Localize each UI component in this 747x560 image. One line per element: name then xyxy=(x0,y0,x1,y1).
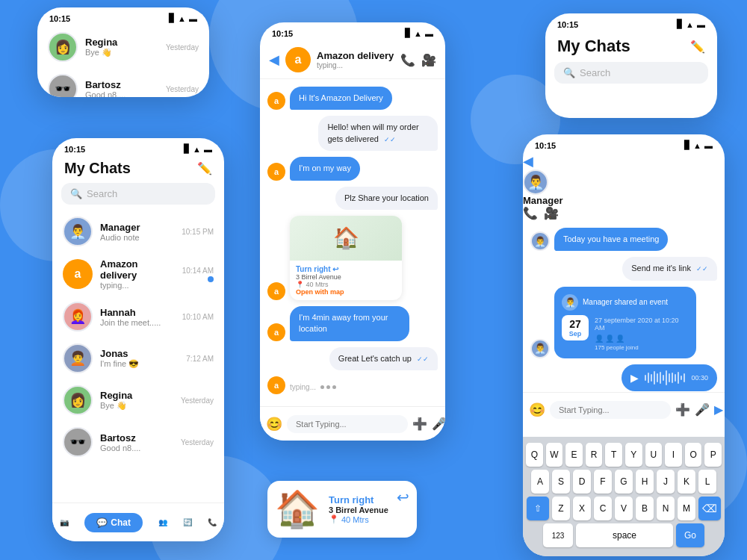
keyboard-row-4: 123 space Go xyxy=(526,523,722,547)
chat-preview: Join the meet..... xyxy=(100,318,175,327)
message-text: Send me it's link xyxy=(631,264,691,273)
message-row: a I'm on my way xyxy=(267,157,438,180)
key-o[interactable]: O xyxy=(685,443,702,467)
key-123[interactable]: 123 xyxy=(543,523,573,547)
nav-chat-active[interactable]: 💬 Chat xyxy=(84,513,143,532)
send-button-rc[interactable]: ▶ xyxy=(714,402,723,417)
nav-refresh[interactable]: 🔄 xyxy=(183,518,192,526)
key-p[interactable]: P xyxy=(704,443,722,467)
map-card-bottom[interactable]: 🏠 Turn right 3 Birrel Avenue 📍 40 Mtrs ↩ xyxy=(267,481,417,538)
key-u[interactable]: U xyxy=(645,443,663,467)
key-k[interactable]: K xyxy=(678,470,695,494)
phone-icon: 📞 xyxy=(208,518,217,526)
chat-preview: I'm fine 😎 xyxy=(100,359,179,369)
event-avatar3: 👤 xyxy=(616,335,624,343)
wifi-icon: ▲ xyxy=(193,145,201,154)
message-text: Hi It's Amazon Delivery xyxy=(299,93,383,102)
key-h[interactable]: H xyxy=(636,470,654,494)
key-c[interactable]: C xyxy=(594,497,612,520)
map-card[interactable]: 🏠 Turn right ↩ 3 Birrel Avenue 📍 40 Mtrs… xyxy=(290,216,402,300)
video-icon[interactable]: 🎥 xyxy=(421,53,436,67)
back-button-rc[interactable]: ◀ xyxy=(523,154,533,169)
key-n[interactable]: N xyxy=(657,497,675,520)
key-space[interactable]: space xyxy=(576,523,673,547)
back-button[interactable]: ◀ xyxy=(269,52,279,68)
key-b[interactable]: B xyxy=(636,497,654,520)
chat-info: Bartosz Good n8.... xyxy=(100,432,173,452)
wave-bar xyxy=(651,374,652,382)
message-input-rc[interactable] xyxy=(550,401,671,419)
contact-name: Regina xyxy=(85,37,158,48)
call-icon[interactable]: 📞 xyxy=(400,53,415,67)
key-q[interactable]: Q xyxy=(526,443,543,467)
emoji-button-rc[interactable]: 😊 xyxy=(529,402,545,418)
key-x[interactable]: X xyxy=(573,497,591,520)
message-input[interactable] xyxy=(287,415,408,433)
refresh-icon: 🔄 xyxy=(183,518,192,526)
nav-people[interactable]: 👥 xyxy=(158,518,167,526)
message-row: a Hi It's Amazon Delivery xyxy=(267,87,438,110)
key-a[interactable]: A xyxy=(531,470,549,494)
key-j[interactable]: J xyxy=(657,470,675,494)
video-icon-rc[interactable]: 🎥 xyxy=(544,206,559,220)
nav-phone[interactable]: 📞 xyxy=(208,518,217,526)
key-f[interactable]: F xyxy=(594,470,612,494)
header-actions: 📞 🎥 xyxy=(400,53,436,67)
chat-meta: 7:12 AM xyxy=(186,355,214,363)
keyboard: Q W E R T Y U I O P A S D F G H J K L ⇧ … xyxy=(523,437,725,556)
key-shift[interactable]: ⇧ xyxy=(527,497,549,520)
search-bar-rt[interactable]: 🔍 Search xyxy=(554,62,708,84)
list-item[interactable]: 👩 Regina Bye 👋 Yesterday xyxy=(37,26,209,68)
list-item[interactable]: 🧑‍🦱 Jonas I'm fine 😎 7:12 AM xyxy=(52,337,224,379)
wave-bar xyxy=(657,373,658,382)
house-illustration: 🏠 xyxy=(275,488,320,530)
chat-tab-label: Chat xyxy=(111,517,131,528)
list-item[interactable]: 🕶️ Bartosz Good n8.... Yesterday xyxy=(52,421,224,463)
key-w[interactable]: W xyxy=(546,443,563,467)
list-item[interactable]: a Amazon delivery typing... 10:14 AM xyxy=(52,252,224,296)
key-m[interactable]: M xyxy=(678,497,695,520)
key-t[interactable]: T xyxy=(605,443,622,467)
key-v[interactable]: V xyxy=(615,497,633,520)
key-d[interactable]: D xyxy=(573,470,591,494)
key-s[interactable]: S xyxy=(552,470,570,494)
list-item[interactable]: 👩‍🦰 Hannah Join the meet..... 10:10 AM xyxy=(52,296,224,337)
chat-preview: Bye 👋 xyxy=(100,401,173,411)
play-button[interactable]: ▶ xyxy=(630,372,639,384)
chat-info: Hannah Join the meet..... xyxy=(100,307,175,327)
nav-camera[interactable]: 📷 xyxy=(60,518,69,526)
list-item[interactable]: 👩 Regina Bye 👋 Yesterday xyxy=(52,379,224,421)
signal-icon: ▊ xyxy=(677,19,683,29)
map-open-link[interactable]: Open with map xyxy=(296,288,344,296)
list-item[interactable]: 👨‍💼 Manager Audio note 10:15 PM xyxy=(52,211,224,252)
mic-button-rc[interactable]: 🎤 xyxy=(695,402,710,417)
call-icon-rc[interactable]: 📞 xyxy=(523,206,538,220)
key-g[interactable]: G xyxy=(615,470,633,494)
attach-button-rc[interactable]: ➕ xyxy=(675,402,690,417)
message-bubble: Hi It's Amazon Delivery xyxy=(290,87,392,110)
emoji-button[interactable]: 😊 xyxy=(266,416,282,432)
key-e[interactable]: E xyxy=(565,443,583,467)
time-rt: 10:15 xyxy=(557,20,578,29)
key-l[interactable]: L xyxy=(698,470,716,494)
key-go[interactable]: Go xyxy=(676,523,704,547)
edit-icon-rt[interactable]: ✏️ xyxy=(690,40,705,54)
event-avatar2: 👤 xyxy=(605,335,614,343)
audio-message[interactable]: ▶ 00:30 xyxy=(622,364,717,391)
key-i[interactable]: I xyxy=(665,443,682,467)
key-y[interactable]: Y xyxy=(625,443,642,467)
right-chat-phone: 10:15 ▊ ▲ ▬ ◀ 👨‍💼 Manager 📞 🎥 👨‍💼 Today … xyxy=(523,134,725,556)
mic-button[interactable]: 🎤 xyxy=(432,417,445,431)
list-item[interactable]: 🕶️ Bartosz Good n8.... Yesterday xyxy=(37,68,209,97)
dot3 xyxy=(332,385,336,389)
signal-icons-rt: ▊ ▲ ▬ xyxy=(677,19,705,29)
key-backspace[interactable]: ⌫ xyxy=(698,497,721,520)
chat-time: Yesterday xyxy=(166,43,199,52)
event-card[interactable]: 👨‍💼 Manager shared an event 27 Sep 27 se… xyxy=(554,287,696,358)
search-bar[interactable]: 🔍 Search xyxy=(61,183,215,205)
key-z[interactable]: Z xyxy=(552,497,570,520)
edit-icon[interactable]: ✏️ xyxy=(197,161,212,175)
message-row: 👨‍💼 Today you have a meeting xyxy=(530,228,717,251)
attach-button[interactable]: ➕ xyxy=(412,417,427,431)
key-r[interactable]: R xyxy=(586,443,603,467)
